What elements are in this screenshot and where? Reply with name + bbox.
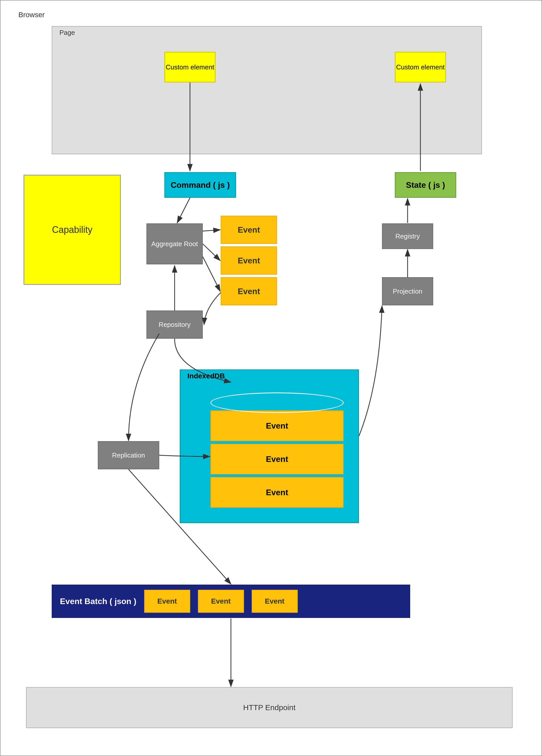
db-event-3: Event	[211, 477, 343, 508]
page-box	[52, 26, 482, 154]
diagram-container: Browser Page Custom element Custom eleme…	[0, 0, 542, 756]
db-event-1: Event	[211, 410, 343, 441]
db-event-2: Event	[211, 444, 343, 474]
custom-element-1: Custom element	[164, 52, 216, 82]
batch-event-3: Event	[252, 590, 298, 613]
batch-event-2: Event	[198, 590, 244, 613]
svg-line-4	[177, 198, 190, 223]
repository-box: Repository	[147, 310, 203, 339]
state-box: State ( js )	[395, 172, 456, 198]
command-box: Command ( js )	[164, 172, 236, 198]
custom-element-2: Custom element	[395, 52, 446, 82]
event-batch-box: Event Batch ( json ) Event Event Event	[52, 585, 410, 618]
aggregate-root-box: Aggregate Root	[147, 223, 203, 264]
browser-label: Browser	[18, 11, 45, 19]
page-label: Page	[59, 29, 75, 37]
event-box-3: Event	[221, 277, 277, 305]
db-top-ellipse	[211, 392, 343, 413]
svg-line-5	[203, 230, 220, 231]
indexeddb-label: IndexedDB	[188, 372, 225, 380]
registry-box: Registry	[382, 223, 433, 249]
http-endpoint-box: HTTP Endpoint	[26, 687, 513, 728]
event-box-1: Event	[221, 216, 277, 244]
svg-line-6	[203, 244, 220, 261]
projection-box: Projection	[382, 277, 433, 305]
event-box-2: Event	[221, 246, 277, 275]
svg-line-7	[203, 257, 220, 291]
capability-box: Capability	[24, 175, 121, 285]
replication-box: Replication	[98, 441, 159, 469]
event-batch-label: Event Batch ( json )	[60, 597, 137, 606]
batch-event-1: Event	[144, 590, 190, 613]
